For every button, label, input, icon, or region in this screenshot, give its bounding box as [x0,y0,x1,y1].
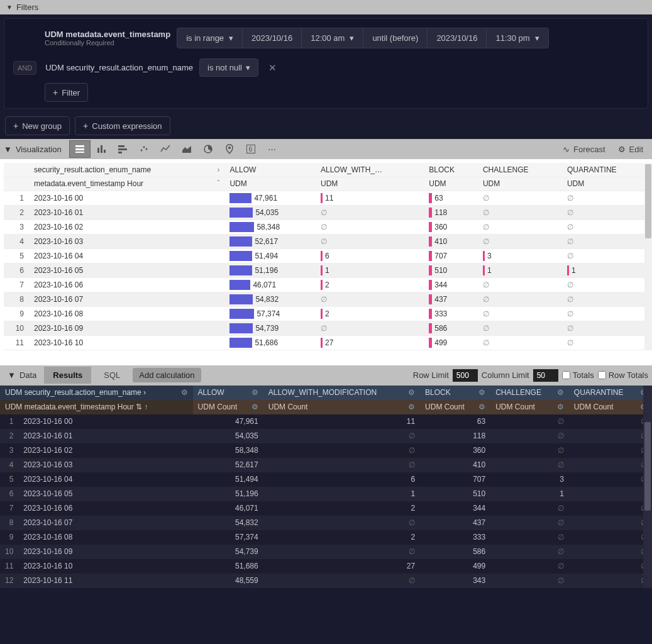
cell[interactable]: ∅ [562,205,652,219]
data-pivot-header[interactable]: UDM security_result.action_enum_name › ⚙ [0,386,193,400]
cell[interactable]: 499 [420,559,490,574]
data-measure-3[interactable]: UDM Count⚙ [490,400,569,414]
filter-date1[interactable]: 2023/10/16 [242,28,301,48]
cell[interactable]: 54,832 [224,292,316,306]
cell[interactable]: 2023-10-16 11 [18,574,192,588]
cell[interactable]: ∅ [316,219,424,234]
cell[interactable]: 52,617 [224,234,316,248]
cell[interactable]: ∅ [263,574,420,588]
cell[interactable]: 54,739 [193,545,263,559]
cell[interactable]: ∅ [316,234,424,248]
cell[interactable]: 2023-10-16 09 [18,545,192,559]
gear-icon[interactable]: ⚙ [478,388,485,397]
cell[interactable]: 48,559 [193,574,263,588]
area-viz-icon[interactable] [176,140,197,158]
cell[interactable]: 54,832 [193,516,263,530]
cell[interactable]: 2023-10-16 07 [29,292,224,306]
cell[interactable]: 2023-10-16 07 [18,516,192,530]
col-quarantine[interactable]: QUARANTINE [562,163,652,177]
cell[interactable]: ∅ [478,234,562,248]
cell[interactable]: 4 [0,458,18,472]
forecast-button[interactable]: ∿ Forecast [558,142,611,157]
cell[interactable]: ∅ [316,205,424,219]
cell[interactable]: ∅ [263,458,420,472]
cell[interactable]: 9 [0,530,18,545]
data-scrollbar[interactable] [643,386,652,588]
cell[interactable]: ∅ [562,335,652,350]
data-col-2[interactable]: BLOCK⚙ [420,386,490,400]
table-viz-icon[interactable] [69,140,91,158]
cell[interactable]: 27 [263,559,420,574]
cell[interactable]: ∅ [316,321,424,335]
bar-viz-icon[interactable] [112,140,133,158]
cell[interactable]: 344 [424,277,478,292]
cell[interactable]: 707 [420,472,490,487]
data-col-1[interactable]: ALLOW_WITH_MODIFICATION⚙ [263,386,420,400]
cell[interactable]: 2023-10-16 10 [18,559,192,574]
cell[interactable]: 2023-10-16 01 [18,429,192,443]
cell[interactable]: 2 [4,205,29,219]
cell[interactable]: 333 [420,530,490,545]
totals-checkbox[interactable]: Totals [562,370,594,380]
cell[interactable]: 46,071 [193,501,263,516]
visualization-toggle[interactable]: ▼ Visualization [4,145,67,154]
cell[interactable]: 51,686 [224,335,316,350]
cell[interactable]: 11 [263,414,420,429]
filter-time2[interactable]: 11:30 pm▾ [486,28,548,48]
single-value-viz-icon[interactable]: 6 [240,140,262,158]
cell[interactable]: 11 [316,191,424,205]
cell[interactable]: ∅ [562,306,652,321]
cell[interactable]: 586 [420,545,490,559]
cell[interactable]: 51,196 [193,487,263,501]
data-measure-0[interactable]: UDM Count⚙ [193,400,263,414]
cell[interactable]: 2023-10-16 05 [29,263,224,277]
data-dim-header[interactable]: UDM metadata.event_timestamp Hour ⇅ [0,400,193,414]
cell[interactable]: ∅ [569,516,652,530]
cell[interactable]: 4 [4,234,29,248]
viz-scrollbar[interactable] [644,164,652,350]
gear-icon[interactable]: ⚙ [251,402,258,411]
col-limit-input[interactable] [533,369,558,382]
cell[interactable]: 2023-10-16 01 [29,205,224,219]
gear-icon[interactable]: ⚙ [251,388,258,397]
cell[interactable]: 46,071 [224,277,316,292]
cell[interactable]: ∅ [569,559,652,574]
data-col-3[interactable]: CHALLENGE⚙ [490,386,569,400]
cell[interactable]: 2 [263,530,420,545]
scrollbar-thumb[interactable] [645,164,651,238]
cell[interactable]: ∅ [478,191,562,205]
data-col-0[interactable]: ALLOW⚙ [193,386,263,400]
cell[interactable]: ∅ [490,429,569,443]
gear-icon[interactable]: ⚙ [181,388,188,397]
cell[interactable]: 1 [490,487,569,501]
cell[interactable]: 2 [316,306,424,321]
cell[interactable]: ∅ [490,545,569,559]
cell[interactable]: ∅ [316,292,424,306]
cell[interactable]: 1 [0,414,18,429]
cell[interactable]: 344 [420,501,490,516]
cell[interactable]: ∅ [490,530,569,545]
data-measure-4[interactable]: UDM Count⚙ [569,400,652,414]
col-block[interactable]: BLOCK [424,163,478,177]
row-dim-header[interactable]: metadata.event_timestamp Hourˆ [29,177,224,191]
cell[interactable]: ∅ [478,205,562,219]
cell[interactable]: 3 [4,219,29,234]
cell[interactable]: 57,374 [224,306,316,321]
cell[interactable]: 6 [0,487,18,501]
cell[interactable]: ∅ [263,545,420,559]
new-group-button[interactable]: + New group [5,116,70,135]
data-col-4[interactable]: QUARANTINE⚙ [569,386,652,400]
cell[interactable]: ∅ [569,429,652,443]
cell[interactable]: ∅ [569,574,652,588]
cell[interactable]: ∅ [562,219,652,234]
cell[interactable]: 1 [316,263,424,277]
pivot-header[interactable]: security_result.action_enum_name› [29,163,224,177]
cell[interactable]: 7 [0,501,18,516]
cell[interactable]: 5 [0,472,18,487]
cell[interactable]: 63 [420,414,490,429]
col-allow[interactable]: ALLOW [224,163,316,177]
cell[interactable]: 54,739 [224,321,316,335]
cell[interactable]: 2023-10-16 08 [29,306,224,321]
cell[interactable]: 6 [263,472,420,487]
cell[interactable]: ∅ [569,530,652,545]
